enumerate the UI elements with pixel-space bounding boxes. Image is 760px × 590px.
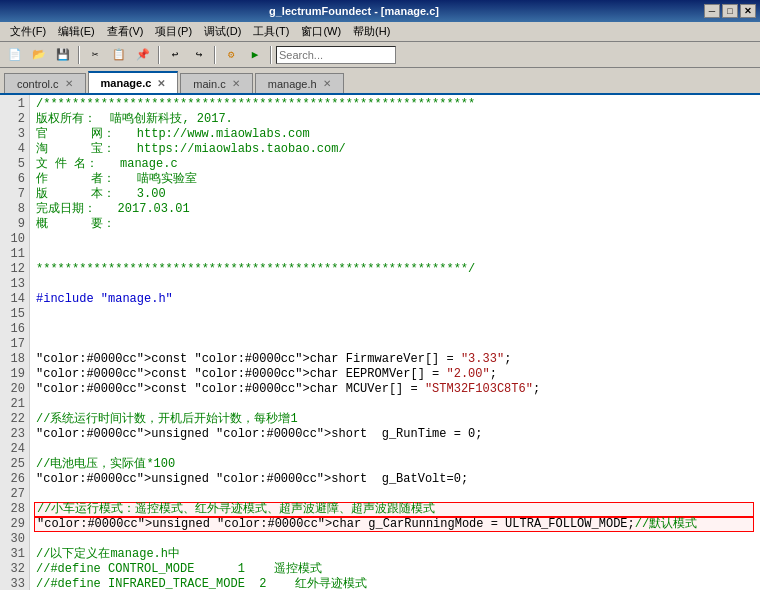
new-button[interactable]: 📄 (4, 45, 26, 65)
table-row: "color:#0000cc">const "color:#0000cc">ch… (36, 382, 754, 397)
table-row: 作 者： 喵鸣实验室 (36, 172, 754, 187)
table-row: 官 网： http://www.miaowlabs.com (36, 127, 754, 142)
maximize-button[interactable]: □ (722, 4, 738, 18)
table-row: //小车运行模式：遥控模式、红外寻迹模式、超声波避障、超声波跟随模式 (34, 502, 754, 517)
editor-container: 1234567891011121314151617181920212223242… (0, 95, 760, 590)
run-button[interactable]: ▶ (244, 45, 266, 65)
table-row: //以下定义在manage.h中 (36, 547, 754, 562)
table-row: #include "manage.h" (36, 292, 754, 307)
tab-close-manage[interactable]: ✕ (157, 78, 165, 89)
build-button[interactable]: ⚙ (220, 45, 242, 65)
table-row: 概 要： (36, 217, 754, 232)
tabs-container: control.c ✕ manage.c ✕ main.c ✕ manage.h… (0, 68, 760, 95)
table-row (36, 322, 754, 337)
minimize-button[interactable]: ─ (704, 4, 720, 18)
table-row: "color:#0000cc">const "color:#0000cc">ch… (36, 352, 754, 367)
save-button[interactable]: 💾 (52, 45, 74, 65)
table-row: //#define CONTROL_MODE 1 遥控模式 (36, 562, 754, 577)
tab-label: control.c (17, 78, 59, 90)
table-row: "color:#0000cc">unsigned "color:#0000cc"… (36, 427, 754, 442)
table-row: //#define INFRARED_TRACE_MODE 2 红外寻迹模式 (36, 577, 754, 590)
tab-label: main.c (193, 78, 225, 90)
table-row (36, 532, 754, 547)
tab-close-main[interactable]: ✕ (232, 78, 240, 89)
table-row (36, 337, 754, 352)
menu-bar: 文件(F) 编辑(E) 查看(V) 项目(P) 调试(D) 工具(T) 窗口(W… (0, 22, 760, 42)
tab-manage-h[interactable]: manage.h ✕ (255, 73, 344, 93)
tab-label: manage.c (101, 77, 152, 89)
toolbar-sep-4 (270, 46, 272, 64)
cut-button[interactable]: ✂ (84, 45, 106, 65)
table-row (36, 487, 754, 502)
table-row (36, 397, 754, 412)
menu-view[interactable]: 查看(V) (101, 22, 150, 41)
table-row: //系统运行时间计数，开机后开始计数，每秒增1 (36, 412, 754, 427)
table-row: 版权所有： 喵鸣创新科技, 2017. (36, 112, 754, 127)
table-row: "color:#0000cc">const "color:#0000cc">ch… (36, 367, 754, 382)
tab-label: manage.h (268, 78, 317, 90)
copy-button[interactable]: 📋 (108, 45, 130, 65)
menu-file[interactable]: 文件(F) (4, 22, 52, 41)
table-row: /***************************************… (36, 97, 754, 112)
menu-window[interactable]: 窗口(W) (295, 22, 347, 41)
title-text: g_IectrumFoundect - [manage.c] (4, 5, 704, 17)
table-row (36, 442, 754, 457)
close-button[interactable]: ✕ (740, 4, 756, 18)
tab-close-control[interactable]: ✕ (65, 78, 73, 89)
table-row: "color:#0000cc">unsigned "color:#0000cc"… (36, 472, 754, 487)
menu-help[interactable]: 帮助(H) (347, 22, 396, 41)
table-row (36, 277, 754, 292)
table-row: 淘 宝： https://miaowlabs.taobao.com/ (36, 142, 754, 157)
line-numbers: 1234567891011121314151617181920212223242… (0, 95, 30, 590)
tab-main-c[interactable]: main.c ✕ (180, 73, 252, 93)
table-row: 版 本： 3.00 (36, 187, 754, 202)
toolbar-sep-2 (158, 46, 160, 64)
undo-button[interactable]: ↩ (164, 45, 186, 65)
menu-tools[interactable]: 工具(T) (247, 22, 295, 41)
toolbar-sep-3 (214, 46, 216, 64)
toolbar: 📄 📂 💾 ✂ 📋 📌 ↩ ↪ ⚙ ▶ (0, 42, 760, 68)
table-row (36, 307, 754, 322)
open-button[interactable]: 📂 (28, 45, 50, 65)
table-row: 完成日期： 2017.03.01 (36, 202, 754, 217)
tab-close-manage-h[interactable]: ✕ (323, 78, 331, 89)
menu-edit[interactable]: 编辑(E) (52, 22, 101, 41)
menu-project[interactable]: 项目(P) (149, 22, 198, 41)
table-row: 文 件 名： manage.c (36, 157, 754, 172)
table-row: ****************************************… (36, 262, 754, 277)
window-controls[interactable]: ─ □ ✕ (704, 4, 756, 18)
code-area[interactable]: /***************************************… (30, 95, 760, 590)
menu-debug[interactable]: 调试(D) (198, 22, 247, 41)
tab-manage-c[interactable]: manage.c ✕ (88, 71, 179, 93)
paste-button[interactable]: 📌 (132, 45, 154, 65)
table-row: //电池电压，实际值*100 (36, 457, 754, 472)
table-row: "color:#0000cc">unsigned "color:#0000cc"… (34, 517, 754, 532)
search-input[interactable] (276, 46, 396, 64)
toolbar-sep-1 (78, 46, 80, 64)
redo-button[interactable]: ↪ (188, 45, 210, 65)
table-row (36, 232, 754, 247)
title-bar: g_IectrumFoundect - [manage.c] ─ □ ✕ (0, 0, 760, 22)
table-row (36, 247, 754, 262)
tab-control-c[interactable]: control.c ✕ (4, 73, 86, 93)
